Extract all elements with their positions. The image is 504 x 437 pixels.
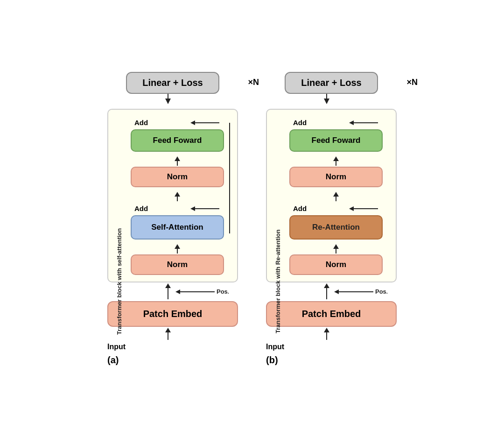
side-label-a: Transformer block with self-attention [116,196,123,367]
figure-label-b: (b) [266,355,397,366]
arrow-attn-norm-a [131,243,224,254]
skip-arrow-top-a [187,116,224,129]
svg-marker-33 [324,283,329,288]
arrow-attn-norm-b [289,243,383,254]
arrow-ff-norm-b [289,155,383,167]
feed-forward-b: Feed Foward [289,129,383,152]
svg-marker-14 [165,283,171,288]
arrow-norm1-add-b [289,191,383,202]
linear-loss-box-a: Linear + Loss [126,72,219,94]
norm2-b: Norm [289,254,383,275]
svg-marker-16 [175,289,180,294]
add-label-bottom-a: Add [134,204,148,212]
add-row-top-a: Add [131,116,224,129]
self-attention-a: Self-Attention [131,215,224,240]
skip-arrow-top-b [345,116,383,129]
input-label-b: Input [266,343,397,351]
svg-marker-27 [333,192,339,197]
svg-marker-19 [165,328,171,332]
add-row-bottom-b: Add [289,202,383,215]
svg-text:Pos. Embed: Pos. Embed [217,288,229,295]
arrow-norm2-input-a: Pos. Embed [107,282,229,299]
svg-marker-25 [333,156,339,161]
arrow-input-patch-a [107,327,229,340]
skip-arrow-bottom-a [187,202,224,215]
arrow-ff-norm-a [131,155,224,167]
svg-marker-9 [190,206,195,211]
norm1-b: Norm [289,167,383,187]
add-row-bottom-a: Add [131,202,224,215]
svg-marker-1 [165,99,171,104]
add-row-top-b: Add [289,116,383,129]
svg-marker-21 [324,99,329,104]
times-n-b: ×N [406,78,418,87]
norm1-a: Norm [131,167,224,187]
svg-marker-38 [324,328,329,332]
add-label-bottom-b: Add [293,204,307,212]
arrow-linear-b [266,94,387,107]
input-label-a: Input [107,343,238,351]
arrow-norm2-input-b: Pos. Embed [266,282,387,299]
figure-label-a: (a) [107,355,238,366]
svg-marker-3 [190,120,195,125]
yellow-block-b: Transformer block with Re-attention Add … [266,109,397,282]
add-label-top-a: Add [134,119,148,127]
diagram-a: Linear + Loss ×N Transformer block with … [107,72,238,366]
patch-embed-a: Patch Embed [107,301,238,327]
feed-forward-a: Feed Foward [131,129,224,152]
svg-marker-29 [349,206,354,211]
svg-marker-23 [349,120,354,125]
side-label-b: Transformer block with Re-attention [274,196,281,367]
svg-marker-5 [175,156,180,161]
main-container: Linear + Loss ×N Transformer block with … [98,63,406,375]
patch-embed-b: Patch Embed [266,301,397,327]
arrow-norm1-add-a [131,191,224,202]
times-n-a: ×N [248,78,259,87]
skip-connection-a [222,110,237,282]
svg-marker-35 [334,289,339,294]
skip-arrow-bottom-b [345,202,383,215]
linear-loss-box-b: Linear + Loss [285,72,378,94]
re-attention-b: Re-Attention [289,215,383,240]
svg-text:Pos. Embed: Pos. Embed [375,288,387,295]
svg-marker-11 [175,244,180,249]
arrow-linear-a [107,94,229,107]
svg-marker-31 [333,244,339,249]
norm2-a: Norm [131,254,224,275]
diagram-b: Linear + Loss ×N Transformer block with … [266,72,397,366]
add-label-top-b: Add [293,119,307,127]
svg-marker-7 [175,192,180,197]
yellow-block-a: Transformer block with self-attention Ad… [107,109,238,282]
arrow-input-patch-b [266,327,387,340]
